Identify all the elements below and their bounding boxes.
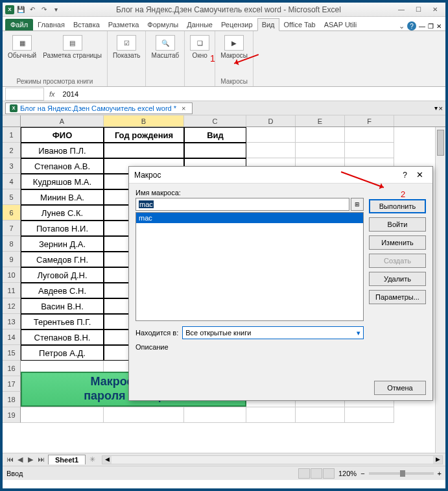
- col-header-e[interactable]: E: [296, 115, 345, 126]
- dialog-help-icon[interactable]: ?: [397, 171, 412, 180]
- tab-dropdown-icon[interactable]: ▾: [434, 104, 438, 112]
- normal-view-icon[interactable]: [298, 468, 310, 479]
- col-header-c[interactable]: C: [184, 115, 246, 126]
- minimize-icon[interactable]: —: [394, 5, 409, 15]
- row-header[interactable]: 8: [3, 236, 21, 252]
- horizontal-scrollbar[interactable]: ◀▶: [102, 455, 443, 464]
- zoom-level[interactable]: 120%: [338, 470, 357, 477]
- cell[interactable]: Иванов П.Л.: [21, 143, 104, 158]
- fx-icon[interactable]: fx: [44, 90, 60, 98]
- ref-edit-icon[interactable]: ⊞: [351, 198, 364, 211]
- cell[interactable]: ФИО: [21, 127, 104, 143]
- row-header[interactable]: 6: [3, 205, 21, 221]
- row-header[interactable]: 2: [3, 143, 21, 158]
- cell[interactable]: Самедов Г.Н.: [21, 252, 104, 267]
- cell[interactable]: Терентьев П.Г.: [21, 314, 104, 329]
- row-header[interactable]: 7: [3, 221, 21, 236]
- row-header[interactable]: 13: [3, 314, 21, 329]
- cell[interactable]: Васин В.Н.: [21, 298, 104, 314]
- ribbon-minimize-icon[interactable]: ⌄: [399, 22, 405, 30]
- col-header-a[interactable]: A: [21, 115, 104, 126]
- cell[interactable]: [104, 407, 184, 423]
- show-button[interactable]: ☑Показать: [112, 34, 142, 60]
- tab-close-all-icon[interactable]: ×: [439, 104, 443, 112]
- tab-officetab[interactable]: Office Tab: [280, 19, 320, 30]
- cell[interactable]: Минин В.А.: [21, 189, 104, 205]
- row-header[interactable]: 12: [3, 298, 21, 314]
- delete-button[interactable]: Удалить: [369, 272, 426, 286]
- col-header-f[interactable]: F: [345, 115, 394, 126]
- cell[interactable]: Вид: [184, 127, 246, 143]
- cell[interactable]: [21, 407, 104, 423]
- tab-view[interactable]: Вид: [257, 18, 279, 31]
- cell[interactable]: [296, 127, 345, 143]
- row-header[interactable]: 15: [3, 345, 21, 361]
- cell[interactable]: [296, 407, 345, 423]
- macros-button[interactable]: ▶Макросы: [219, 34, 249, 60]
- tab-home[interactable]: Главная: [34, 19, 69, 30]
- row-header[interactable]: 14: [3, 329, 21, 345]
- cell[interactable]: Потапов Н.И.: [21, 221, 104, 236]
- vertical-scrollbar[interactable]: [435, 127, 445, 453]
- cell[interactable]: [246, 143, 296, 158]
- zoom-out-icon[interactable]: −: [360, 470, 364, 477]
- tab-data[interactable]: Данные: [183, 19, 217, 30]
- col-header-d[interactable]: D: [246, 115, 296, 126]
- macro-list[interactable]: mac: [136, 212, 364, 321]
- doc-minimize-icon[interactable]: —: [419, 23, 425, 30]
- cell[interactable]: Лунев С.К.: [21, 205, 104, 221]
- cell[interactable]: Авдеев С.Н.: [21, 283, 104, 298]
- col-header-b[interactable]: B: [104, 115, 184, 126]
- cell[interactable]: Степанов А.В.: [21, 158, 104, 174]
- sheet-tab[interactable]: Sheet1: [48, 455, 86, 464]
- step-button[interactable]: Войти: [369, 217, 426, 232]
- macro-name-input[interactable]: mac: [136, 198, 349, 211]
- tab-close-icon[interactable]: ×: [179, 104, 188, 112]
- edit-button[interactable]: Изменить: [369, 235, 426, 250]
- formula-input[interactable]: [60, 88, 445, 101]
- row-header[interactable]: 11: [3, 283, 21, 298]
- cell[interactable]: Петров А.Д.: [21, 345, 104, 361]
- name-box[interactable]: [5, 88, 44, 101]
- options-button[interactable]: Параметры...: [369, 290, 426, 304]
- cell[interactable]: Год рождения: [104, 127, 184, 143]
- doc-restore-icon[interactable]: ❐: [428, 23, 434, 30]
- zoom-in-icon[interactable]: +: [438, 470, 442, 477]
- tab-formulas[interactable]: Формулы: [143, 19, 182, 30]
- sheet-prev-icon[interactable]: ◀: [16, 455, 25, 464]
- cell[interactable]: [345, 143, 394, 158]
- location-select[interactable]: Все открытые книги▾: [182, 326, 364, 339]
- cell[interactable]: Зернин Д.А.: [21, 236, 104, 252]
- page-layout-button[interactable]: ▤Разметка страницы: [41, 34, 103, 60]
- close-icon[interactable]: ✕: [427, 5, 443, 15]
- normal-view-button[interactable]: ▦Обычный: [6, 34, 38, 60]
- cell[interactable]: Кудряшов М.А.: [21, 174, 104, 189]
- row-header[interactable]: 19: [3, 407, 21, 423]
- cell[interactable]: Луговой Д.Н.: [21, 267, 104, 283]
- zoom-button[interactable]: 🔍Масштаб: [150, 34, 180, 60]
- qat-more-icon[interactable]: ▾: [51, 5, 61, 15]
- cell[interactable]: [104, 143, 184, 158]
- row-header[interactable]: 4: [3, 174, 21, 189]
- cell[interactable]: [345, 127, 394, 143]
- document-tab[interactable]: X Блог на Яндекс.Дзен Самоучитель excel …: [5, 102, 193, 114]
- cell[interactable]: [345, 407, 394, 423]
- row-header[interactable]: 1: [3, 127, 21, 143]
- run-button[interactable]: Выполнить: [369, 199, 426, 213]
- macro-list-item[interactable]: mac: [136, 213, 363, 223]
- cell[interactable]: [296, 143, 345, 158]
- sheet-last-icon[interactable]: ⏭: [36, 455, 45, 464]
- redo-icon[interactable]: ↷: [39, 5, 49, 15]
- page-layout-view-icon[interactable]: [311, 468, 322, 479]
- tab-layout[interactable]: Разметка: [104, 19, 143, 30]
- file-tab[interactable]: Файл: [5, 19, 33, 30]
- row-header[interactable]: 9: [3, 252, 21, 267]
- cancel-button[interactable]: Отмена: [374, 381, 426, 395]
- row-header[interactable]: 17: [3, 376, 21, 392]
- dialog-close-icon[interactable]: ✕: [412, 170, 427, 180]
- select-all-corner[interactable]: [3, 115, 21, 126]
- sheet-next-icon[interactable]: ▶: [26, 455, 35, 464]
- help-icon[interactable]: ?: [407, 21, 416, 30]
- tab-insert[interactable]: Вставка: [69, 19, 104, 30]
- row-header[interactable]: 18: [3, 392, 21, 407]
